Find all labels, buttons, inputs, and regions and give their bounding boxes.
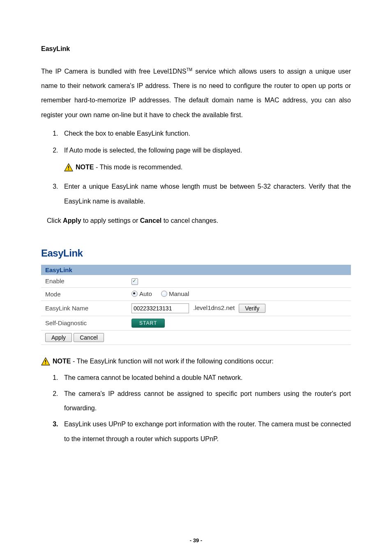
ac-mid: to apply settings or <box>81 217 140 224</box>
radio-auto-label: Auto <box>139 290 152 297</box>
section-heading: EasyLink <box>41 45 351 53</box>
cancel-button[interactable]: Cancel <box>74 333 104 342</box>
note-2-text: - The EasyLink function will not work if… <box>71 358 273 365</box>
svg-rect-1 <box>68 166 69 168</box>
note-2-label: NOTE <box>53 358 71 365</box>
warning-icon <box>41 357 50 365</box>
row-buttons: Apply Cancel <box>41 330 351 345</box>
apply-cancel-sentence: Click Apply to apply settings or Cancel … <box>47 213 351 228</box>
panel-title: EasyLink <box>41 247 351 259</box>
enable-checkbox[interactable] <box>131 278 138 285</box>
intro-part1: The IP Camera is bundled with free Level… <box>41 68 187 75</box>
ac-apply: Apply <box>63 217 81 224</box>
verify-button[interactable]: Verify <box>239 304 265 313</box>
svg-rect-5 <box>45 363 46 364</box>
easylink-name-input[interactable] <box>131 303 189 313</box>
step-2-text: If Auto mode is selected, the following … <box>64 147 242 154</box>
step-2: If Auto mode is selected, the following … <box>60 143 351 174</box>
note-1-label: NOTE <box>76 164 94 171</box>
svg-rect-2 <box>68 169 69 170</box>
label-name: EasyLink Name <box>41 301 127 316</box>
row-selfdiag: Self-Diagnostic START <box>41 316 351 330</box>
row-mode: Mode Auto Manual <box>41 287 351 301</box>
label-mode: Mode <box>41 287 127 301</box>
cond-3: EasyLink uses UPnP to exchange port info… <box>60 417 351 446</box>
step-3: Enter a unique EasyLink name whose lengt… <box>60 179 351 208</box>
label-enable: Enable <box>41 275 127 288</box>
warning-icon <box>64 163 73 171</box>
note-1: NOTE - This mode is recommended. <box>76 160 182 174</box>
note-2: NOTE - The EasyLink function will not wo… <box>53 358 274 365</box>
trademark: TM <box>187 67 192 72</box>
easylink-panel: EasyLink Enable Mode Auto Manual Easy <box>41 265 351 345</box>
intro-part2: service which allows users to assign a u… <box>41 68 351 118</box>
mode-manual-option[interactable]: Manual <box>161 290 189 297</box>
row-enable: Enable <box>41 275 351 288</box>
radio-auto[interactable] <box>131 291 138 297</box>
domain-suffix: .level1dns2.net <box>193 304 235 311</box>
svg-rect-4 <box>45 360 46 362</box>
radio-manual-label: Manual <box>169 290 189 297</box>
row-name: EasyLink Name .level1dns2.net Verify <box>41 301 351 316</box>
ac-pre: Click <box>47 217 63 224</box>
ac-cancel: Cancel <box>140 217 161 224</box>
ac-post: to cancel changes. <box>161 217 218 224</box>
radio-manual[interactable] <box>161 291 167 297</box>
mode-auto-option[interactable]: Auto <box>131 290 152 297</box>
start-button[interactable]: START <box>131 319 165 328</box>
cond-1: The camera cannot be located behind a do… <box>60 370 351 385</box>
panel-section-header: EasyLink <box>41 265 351 275</box>
cond-2: The camera's IP address cannot be assign… <box>60 386 351 415</box>
step-1: Check the box to enable EasyLink functio… <box>60 126 351 141</box>
note-1-text: - This mode is recommended. <box>94 164 182 171</box>
page-number: - 39 - <box>0 537 392 543</box>
label-selfdiag: Self-Diagnostic <box>41 316 127 330</box>
apply-button[interactable]: Apply <box>45 333 72 342</box>
intro-paragraph: The IP Camera is bundled with free Level… <box>41 64 351 122</box>
